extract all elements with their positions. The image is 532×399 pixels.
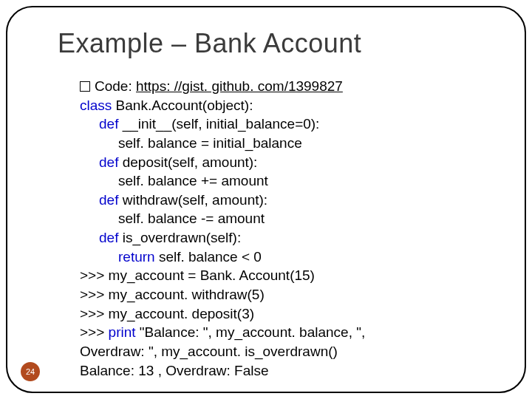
code-line: self. balance += amount	[80, 171, 502, 191]
code-text: >>>	[80, 324, 109, 340]
code-text: withdraw(self, amount):	[118, 192, 267, 208]
keyword-def: def	[99, 230, 118, 245]
code-line: >>> my_account. deposit(3)	[80, 304, 502, 324]
code-line: Balance: 13 , Overdraw: False	[80, 361, 502, 381]
gist-link[interactable]: https: //gist. github. com/1399827	[136, 78, 343, 94]
code-text: is_overdrawn(self):	[118, 230, 241, 245]
code-line: def withdraw(self, amount):	[80, 191, 502, 210]
keyword-class: class	[80, 98, 112, 113]
slide-title: Example – Bank Account	[58, 28, 361, 59]
bullet-line: Code: https: //gist. github. com/1399827	[80, 77, 502, 96]
code-text: __init__(self, initial_balance=0):	[118, 116, 319, 132]
keyword-def: def	[99, 116, 118, 132]
code-line: >>> my_account. withdraw(5)	[80, 285, 502, 304]
code-line: Overdraw: ", my_account. is_overdrawn()	[80, 342, 502, 361]
keyword-print: print	[109, 324, 136, 340]
code-line: def __init__(self, initial_balance=0):	[80, 115, 502, 134]
bullet-prefix: Code:	[95, 78, 136, 94]
page-number-badge: 24	[21, 362, 40, 381]
keyword-return: return	[118, 249, 155, 265]
code-line: return self. balance < 0	[80, 248, 502, 267]
code-line: def deposit(self, amount):	[80, 153, 502, 172]
slide-content: Code: https: //gist. github. com/1399827…	[80, 77, 502, 380]
code-text: Bank.Account(object):	[112, 98, 253, 113]
code-text: self. balance < 0	[155, 249, 262, 265]
code-line: >>> print "Balance: ", my_account. balan…	[80, 323, 502, 342]
code-line: self. balance = initial_balance	[80, 134, 502, 153]
code-line: def is_overdrawn(self):	[80, 228, 502, 248]
code-text: deposit(self, amount):	[118, 154, 257, 170]
code-line: >>> my_account = Bank. Account(15)	[80, 266, 502, 285]
bullet-box-icon	[80, 81, 90, 92]
slide: Example – Bank Account Code: https: //gi…	[0, 0, 532, 399]
code-line: class Bank.Account(object):	[80, 96, 502, 115]
keyword-def: def	[99, 192, 118, 208]
code-line: self. balance -= amount	[80, 209, 502, 228]
code-text: "Balance: ", my_account. balance, ",	[136, 324, 366, 340]
keyword-def: def	[99, 154, 118, 170]
